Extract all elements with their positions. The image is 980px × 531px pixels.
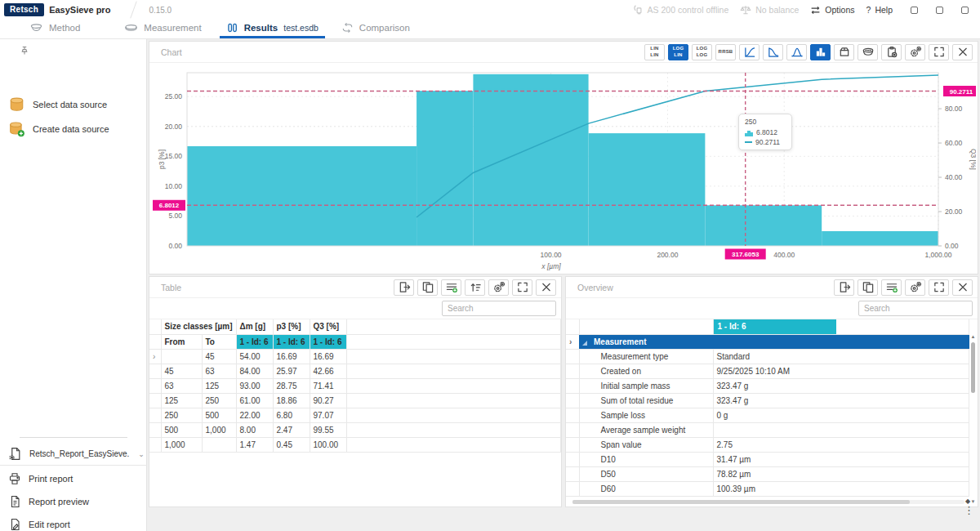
chart-settings-button[interactable] (905, 44, 925, 60)
overview-row[interactable]: D5078.82 µm (566, 467, 969, 482)
tab-method[interactable]: Method (23, 20, 87, 38)
chart-close-button[interactable] (952, 44, 973, 60)
cell-to[interactable]: 250 (202, 393, 236, 408)
table-row[interactable]: 6312593.0028.7571.41 (149, 378, 561, 393)
overview-close-button[interactable] (952, 279, 973, 296)
table-column-chooser-button[interactable] (441, 279, 461, 296)
report-template-selector[interactable]: Retsch_Report_EasySieve. ⌄ (0, 443, 147, 466)
table-sort-button[interactable] (465, 279, 485, 296)
overview-fullscreen-button[interactable] (929, 279, 949, 296)
overview-label[interactable]: Initial sample mass (579, 379, 713, 394)
options-button[interactable]: Options (810, 5, 854, 16)
cell-from[interactable]: 1,000 (161, 437, 202, 452)
cell-from[interactable]: 45 (161, 364, 202, 378)
table-row[interactable]: 5001,0008.002.4799.55 (149, 422, 561, 437)
retained-curve-button[interactable] (763, 44, 783, 60)
overview-label[interactable]: D10 (579, 453, 713, 467)
series-header[interactable]: 1 - Id: 6 (236, 334, 273, 349)
cell-to[interactable]: 500 (202, 408, 236, 422)
overview-label[interactable]: Span value (579, 438, 713, 453)
table-row[interactable]: 456384.0025.9742.66 (149, 364, 561, 378)
overview-row[interactable]: Sample loss0 g (566, 408, 969, 423)
cell-dm[interactable]: 61.00 (236, 393, 273, 408)
overview-value[interactable]: 78.82 µm (713, 467, 969, 482)
table-copy-button[interactable] (417, 279, 438, 296)
group-expand-icon[interactable] (582, 341, 587, 346)
maximize-button[interactable] (936, 7, 943, 14)
series-header[interactable]: 1 - Id: 6 (310, 334, 346, 349)
sidebar-item-report-preview[interactable]: Report preview (0, 490, 147, 513)
col-to[interactable]: To (202, 334, 236, 349)
help-button[interactable]: ? Help (866, 5, 893, 15)
cell-from[interactable]: 125 (161, 393, 202, 408)
more-options-kebab[interactable]: ⋮ (964, 508, 974, 513)
overview-row[interactable]: D1031.47 µm (566, 453, 969, 467)
cell-dm[interactable]: 54.00 (236, 349, 273, 364)
particle-size-chart[interactable]: 0.005.0010.0015.0020.0025.000.0020.0040.… (153, 65, 976, 274)
cell-p3[interactable]: 6.80 (273, 408, 310, 422)
scrollbar-thumb[interactable] (971, 342, 975, 393)
col-dm[interactable]: Δm [g] (236, 319, 273, 334)
cell-from[interactable]: 250 (161, 408, 202, 422)
table-close-button[interactable] (536, 279, 556, 296)
close-window-button[interactable] (961, 7, 969, 14)
overview-value[interactable]: 31.47 µm (713, 453, 969, 467)
cell-p3[interactable]: 18.86 (273, 393, 310, 408)
overview-value[interactable]: 323.47 g (713, 394, 969, 408)
sidebar-item-create-data-source[interactable]: Create data source (0, 118, 147, 141)
overview-row[interactable]: Created on9/25/2025 10:10 AM (566, 364, 969, 379)
sidebar-item-edit-report[interactable]: Edit report (0, 513, 147, 531)
table-row[interactable]: 25050022.006.8097.07 (149, 408, 561, 422)
overview-row[interactable]: Span value2.75 (566, 438, 969, 453)
sieve-view-button[interactable] (858, 44, 878, 60)
cell-to[interactable]: 45 (202, 349, 236, 364)
cell-to[interactable]: 125 (202, 378, 236, 393)
table-row[interactable]: 1,0001.470.45100.00 (149, 437, 561, 452)
col-from[interactable]: From (161, 334, 202, 349)
cell-q3[interactable]: 99.55 (310, 422, 346, 437)
measurement-group-row[interactable]: › Measurement (566, 335, 969, 350)
col-size-classes[interactable]: Size classes [µm] (161, 319, 236, 334)
scale-log-lin-button[interactable]: LOGLIN (668, 44, 688, 60)
cell-to[interactable] (202, 437, 236, 452)
cell-q3[interactable]: 42.66 (310, 364, 346, 378)
table-search-input[interactable] (442, 301, 556, 316)
overview-export-button[interactable] (834, 279, 854, 296)
sidebar-item-print-report[interactable]: Print report (0, 467, 147, 490)
overview-search-input[interactable] (858, 301, 973, 316)
cell-dm[interactable]: 22.00 (236, 408, 273, 422)
overview-horizontal-scrollbar[interactable]: ◆ (572, 500, 964, 504)
cell-q3[interactable]: 100.00 (310, 437, 346, 452)
scroll-up-icon[interactable]: ▲ (970, 334, 976, 339)
overview-label[interactable]: Created on (579, 364, 713, 379)
table-row[interactable]: ›4554.0016.6916.69 (149, 349, 561, 364)
cell-q3[interactable]: 97.07 (310, 408, 346, 422)
overview-label[interactable]: D60 (579, 482, 713, 497)
cell-to[interactable]: 63 (202, 364, 236, 378)
overview-label[interactable]: Sample loss (579, 408, 713, 423)
overview-value[interactable]: 0 g (713, 408, 969, 423)
scale-lin-lin-button[interactable]: LINLIN (644, 44, 665, 60)
cell-dm[interactable]: 84.00 (236, 364, 273, 378)
overview-label[interactable]: Sum of total residue (579, 394, 713, 408)
overview-label[interactable]: D50 (579, 467, 713, 482)
cell-p3[interactable]: 2.47 (273, 422, 310, 437)
overview-row[interactable]: Sum of total residue323.47 g (566, 394, 969, 408)
overview-column-chooser-button[interactable] (881, 279, 902, 296)
cell-p3[interactable]: 28.75 (273, 378, 310, 393)
table-fullscreen-button[interactable] (512, 279, 532, 296)
overview-row[interactable]: Average sample weight (566, 423, 969, 438)
scale-rrsb-button[interactable]: RRSB (715, 44, 736, 60)
overview-vertical-scrollbar[interactable]: ▲ ▼ (970, 334, 976, 504)
sidebar-item-select-data-source[interactable]: Select data source (0, 93, 147, 116)
scrollbar-thumb[interactable] (572, 500, 910, 504)
overview-label[interactable]: Measurement type (579, 350, 713, 364)
chart-area[interactable]: 0.005.0010.0015.0020.0025.000.0020.0040.… (153, 65, 974, 272)
copy-to-clipboard-button[interactable] (881, 44, 902, 60)
overview-row[interactable]: Measurement typeStandard (566, 350, 969, 364)
overview-row[interactable]: D60100.39 µm (566, 482, 969, 497)
cell-from[interactable]: 63 (161, 378, 202, 393)
cell-p3[interactable]: 16.69 (273, 349, 310, 364)
series-header[interactable]: 1 - Id: 6 (714, 319, 836, 334)
overview-settings-button[interactable] (905, 279, 925, 296)
